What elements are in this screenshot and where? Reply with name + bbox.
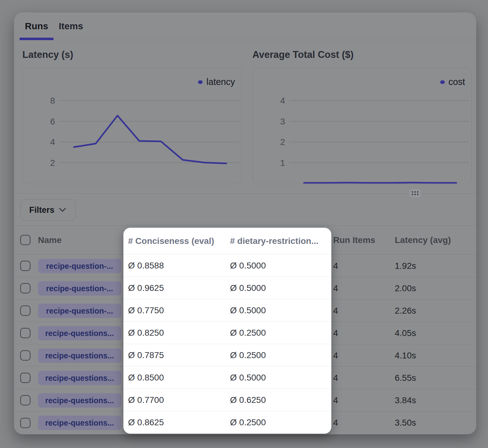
row-conciseness-value: Ø 0.9625 — [128, 283, 230, 293]
row-run-items-value: 4 — [333, 261, 395, 271]
svg-text:4: 4 — [280, 96, 285, 105]
row-dietary-value: Ø 0.5000 — [230, 373, 331, 383]
row-checkbox-cell — [14, 395, 38, 405]
row-run-items-value: 4 — [333, 373, 395, 383]
row-checkbox-cell — [14, 418, 38, 428]
row-latency-value: 6.55s — [395, 373, 476, 383]
svg-text:3: 3 — [280, 117, 285, 126]
latency-chart-title: Latency (s) — [22, 49, 73, 60]
row-conciseness-value: Ø 0.7700 — [128, 395, 230, 405]
latency-chart-panel: 2468 latency — [22, 68, 242, 184]
tab-items[interactable]: Items — [53, 12, 88, 40]
runs-dashboard-page: Runs Items Latency (s) Average Total Cos… — [0, 0, 488, 448]
select-all-checkbox[interactable] — [20, 235, 30, 245]
row-latency-value: 3.84s — [395, 395, 476, 405]
svg-text:6: 6 — [50, 117, 55, 126]
highlighted-row: Ø 0.7700 Ø 0.6250 — [123, 389, 331, 411]
row-run-items-value: 4 — [333, 351, 395, 361]
svg-text:4: 4 — [50, 137, 55, 147]
row-name-cell: recipe-question-... — [38, 259, 128, 273]
row-checkbox[interactable] — [20, 306, 30, 316]
highlighted-row: Ø 0.9625 Ø 0.5000 — [123, 277, 331, 299]
row-run-items-value: 4 — [333, 306, 395, 316]
row-checkbox-cell — [14, 283, 38, 293]
row-dietary-value: Ø 0.2500 — [230, 328, 331, 338]
row-latency-value: 1.92s — [395, 261, 476, 271]
row-name-cell: recipe-question-... — [38, 281, 128, 296]
legend-label: latency — [206, 77, 235, 87]
highlighted-header-row: # Conciseness (eval) # dietary-restricti… — [123, 228, 331, 254]
run-name-badge[interactable]: recipe-question-... — [38, 281, 121, 296]
column-header-conciseness[interactable]: # Conciseness (eval) — [128, 236, 230, 246]
row-dietary-value: Ø 0.2500 — [230, 350, 331, 360]
cost-chart-plot: 1234 — [253, 68, 471, 184]
svg-text:1: 1 — [280, 158, 285, 168]
run-name-badge[interactable]: recipe-questions... — [38, 371, 121, 385]
run-name-badge[interactable]: recipe-question-... — [38, 304, 121, 318]
row-checkbox-cell — [14, 373, 38, 383]
row-conciseness-value: Ø 0.8250 — [128, 328, 230, 338]
legend-label: cost — [449, 77, 465, 87]
legend-dot-icon — [198, 80, 203, 84]
tab-bar: Runs Items — [14, 12, 476, 40]
row-conciseness-value: Ø 0.8588 — [128, 261, 230, 271]
highlighted-row: Ø 0.7750 Ø 0.5000 — [123, 299, 331, 322]
row-conciseness-value: Ø 0.8500 — [128, 373, 230, 383]
row-latency-value: 2.00s — [395, 283, 476, 293]
highlighted-row: Ø 0.8625 Ø 0.2500 — [123, 411, 331, 434]
row-latency-value: 4.05s — [395, 328, 476, 338]
row-checkbox[interactable] — [20, 418, 30, 428]
row-dietary-value: Ø 0.6250 — [230, 395, 331, 405]
chevron-down-icon — [59, 208, 66, 212]
row-name-cell: recipe-question-... — [38, 304, 128, 318]
row-latency-value: 4.10s — [395, 351, 476, 361]
tab-runs-label: Runs — [25, 21, 48, 31]
row-dietary-value: Ø 0.5000 — [230, 306, 331, 315]
cost-chart-legend: cost — [440, 77, 465, 87]
filters-button-label: Filters — [29, 205, 54, 215]
highlighted-row: Ø 0.8500 Ø 0.5000 — [123, 366, 331, 389]
row-checkbox[interactable] — [20, 328, 30, 338]
row-name-cell: recipe-questions... — [38, 326, 128, 340]
row-checkbox[interactable] — [20, 350, 30, 361]
svg-text:8: 8 — [50, 96, 55, 105]
column-header-dietary[interactable]: # dietary-restriction... — [230, 236, 331, 246]
row-dietary-value: Ø 0.5000 — [230, 283, 331, 293]
row-checkbox[interactable] — [20, 395, 30, 405]
row-latency-value: 3.50s — [395, 418, 476, 428]
row-checkbox[interactable] — [20, 261, 30, 271]
run-name-badge[interactable]: recipe-questions... — [38, 348, 121, 363]
run-name-badge[interactable]: recipe-question-... — [38, 259, 121, 273]
row-checkbox[interactable] — [20, 283, 30, 293]
section-divider — [14, 193, 476, 194]
row-name-cell: recipe-questions... — [38, 371, 128, 385]
column-header-name[interactable]: Name — [38, 235, 128, 245]
row-conciseness-value: Ø 0.7875 — [128, 350, 230, 360]
row-checkbox-cell — [14, 261, 38, 271]
filters-button[interactable]: Filters — [21, 199, 76, 221]
column-header-run-items[interactable]: Run Items — [333, 235, 395, 245]
highlighted-row: Ø 0.8250 Ø 0.2500 — [123, 322, 331, 344]
row-run-items-value: 4 — [333, 328, 395, 338]
row-conciseness-value: Ø 0.7750 — [128, 306, 230, 315]
cost-chart-title: Average Total Cost ($) — [252, 49, 354, 60]
row-dietary-value: Ø 0.5000 — [230, 261, 331, 271]
run-name-badge[interactable]: recipe-questions... — [38, 393, 121, 408]
resize-handle[interactable] — [409, 189, 421, 197]
header-checkbox-cell — [14, 235, 38, 245]
row-checkbox-cell — [14, 350, 38, 361]
legend-dot-icon — [440, 80, 445, 84]
row-conciseness-value: Ø 0.8625 — [128, 418, 230, 427]
row-checkbox-cell — [14, 328, 38, 338]
row-name-cell: recipe-questions... — [38, 416, 128, 430]
run-name-badge[interactable]: recipe-questions... — [38, 326, 121, 340]
row-checkbox[interactable] — [20, 373, 30, 383]
tab-items-label: Items — [59, 21, 83, 31]
column-header-latency[interactable]: Latency (avg) — [395, 235, 476, 245]
latency-chart-legend: latency — [198, 77, 235, 87]
drag-grid-icon — [411, 190, 419, 196]
row-name-cell: recipe-questions... — [38, 348, 128, 363]
tab-runs[interactable]: Runs — [20, 12, 53, 40]
highlighted-row: Ø 0.8588 Ø 0.5000 — [123, 254, 331, 277]
run-name-badge[interactable]: recipe-questions... — [38, 416, 121, 430]
